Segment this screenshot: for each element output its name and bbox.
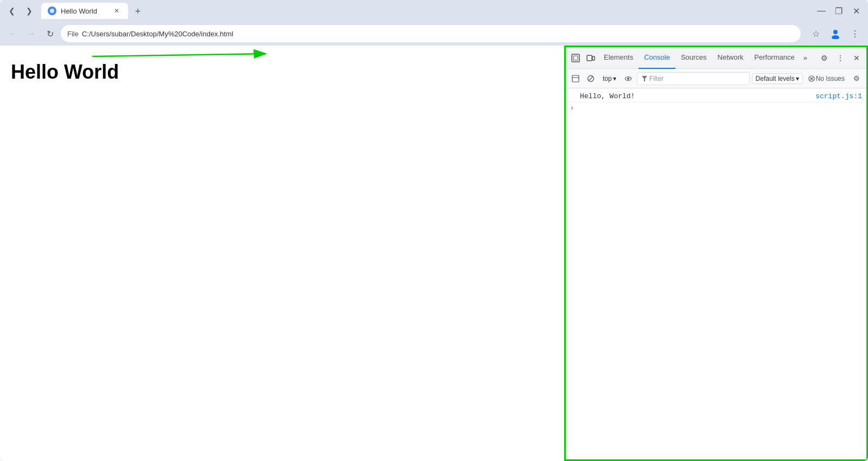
close-button[interactable]: ✕	[848, 3, 864, 18]
address-actions: ☆ ⋮	[807, 25, 864, 42]
refresh-button[interactable]: ↻	[41, 25, 59, 42]
top-context-label: top	[603, 75, 612, 82]
clear-console-button[interactable]	[569, 72, 582, 85]
forward-button[interactable]: →	[23, 25, 40, 42]
eye-button[interactable]	[622, 72, 635, 85]
svg-marker-15	[642, 76, 647, 81]
svg-rect-9	[572, 75, 579, 82]
profile-button[interactable]	[827, 25, 844, 42]
title-bar-left: ❮ ❯	[4, 3, 37, 18]
device-mode-button[interactable]	[583, 50, 598, 66]
maximize-button[interactable]: ❐	[831, 3, 846, 18]
window-controls: — ❐ ✕	[814, 3, 864, 18]
tab-performance[interactable]: Performance	[749, 47, 800, 69]
address-url: C:/Users/subar/Desktop/My%20Code/index.h…	[82, 30, 233, 38]
svg-rect-7	[587, 55, 592, 61]
tab-title: Hello World	[61, 7, 107, 15]
select-element-button[interactable]	[568, 50, 583, 66]
no-issues-indicator: No Issues	[805, 74, 848, 84]
default-levels-chevron: ▾	[796, 75, 799, 82]
more-button[interactable]: ⋮	[846, 25, 864, 42]
tab-forward-arrow[interactable]: ❯	[22, 3, 37, 18]
no-issues-icon	[808, 75, 815, 82]
browser-window: ❮ ❯ Hello World ✕ + — ❐ ✕ ← → ↻ File	[0, 0, 868, 461]
minimize-button[interactable]: —	[814, 3, 829, 18]
page-heading: Hello World	[11, 61, 553, 84]
devtools-settings-group: ⚙ ⋮ ✕	[816, 50, 864, 66]
svg-rect-8	[592, 56, 595, 60]
console-prompt-chevron: ›	[570, 105, 574, 112]
devtools-panel: Elements Console Sources Network Perform…	[564, 46, 868, 461]
tabs-bar: Hello World ✕ +	[39, 3, 812, 19]
annotation-arrow	[0, 46, 564, 461]
console-prompt-row: ›	[566, 103, 866, 114]
console-filter-input[interactable]: Filter	[637, 72, 750, 85]
console-log-message: Hello, World!	[580, 92, 811, 100]
devtools-settings-button[interactable]: ⚙	[816, 50, 832, 66]
top-context-chevron: ▾	[613, 75, 616, 82]
file-label: File	[67, 30, 79, 38]
filter-placeholder: Filter	[649, 75, 664, 82]
top-context-dropdown[interactable]: top ▾	[599, 74, 620, 84]
page-content: Hello World	[0, 46, 564, 461]
no-issues-label: No Issues	[816, 75, 845, 82]
devtools-more-button[interactable]: ⋮	[833, 50, 848, 66]
console-log-row: Hello, World! script.js:1	[566, 91, 866, 103]
svg-rect-6	[573, 56, 578, 60]
default-levels-dropdown[interactable]: Default levels ▾	[752, 73, 803, 84]
star-button[interactable]: ☆	[807, 25, 825, 42]
filter-icon	[642, 76, 647, 81]
tab-back-arrow[interactable]: ❮	[4, 3, 20, 18]
console-output: Hello, World! script.js:1 ›	[566, 88, 866, 459]
tab-close-button[interactable]: ✕	[112, 6, 122, 16]
svg-line-12	[589, 76, 593, 81]
title-bar: ❮ ❯ Hello World ✕ + — ❐ ✕	[0, 0, 868, 22]
svg-rect-5	[572, 54, 579, 62]
console-settings-button[interactable]: ⚙	[850, 72, 863, 85]
devtools-tabs: Elements Console Sources Network Perform…	[598, 47, 816, 69]
tab-sources[interactable]: Sources	[675, 47, 712, 69]
svg-point-1	[833, 30, 838, 34]
console-toolbar: top ▾ Filter Default levels ▾ No Issues	[566, 69, 866, 88]
back-button[interactable]: ←	[4, 25, 22, 42]
svg-point-0	[50, 9, 54, 13]
tab-favicon	[48, 7, 56, 15]
more-tabs-button[interactable]: »	[800, 52, 810, 64]
address-bar: ← → ↻ File C:/Users/subar/Desktop/My%20C…	[0, 22, 868, 46]
address-input[interactable]: File C:/Users/subar/Desktop/My%20Code/in…	[61, 25, 801, 42]
svg-line-4	[92, 54, 266, 56]
console-log-source[interactable]: script.js:1	[815, 92, 862, 100]
svg-point-14	[627, 78, 629, 80]
svg-point-2	[832, 35, 839, 39]
devtools-close-button[interactable]: ✕	[849, 50, 864, 66]
browser-content: Hello World	[0, 46, 868, 461]
tab-console[interactable]: Console	[639, 47, 675, 69]
devtools-toolbar: Elements Console Sources Network Perform…	[566, 47, 866, 69]
nav-controls: ← → ↻	[4, 25, 59, 42]
default-levels-label: Default levels	[756, 75, 795, 82]
console-ban-button[interactable]	[584, 72, 597, 85]
browser-tab[interactable]: Hello World ✕	[41, 3, 128, 19]
new-tab-button[interactable]: +	[130, 4, 145, 19]
tab-network[interactable]: Network	[712, 47, 749, 69]
tab-elements[interactable]: Elements	[598, 47, 639, 69]
